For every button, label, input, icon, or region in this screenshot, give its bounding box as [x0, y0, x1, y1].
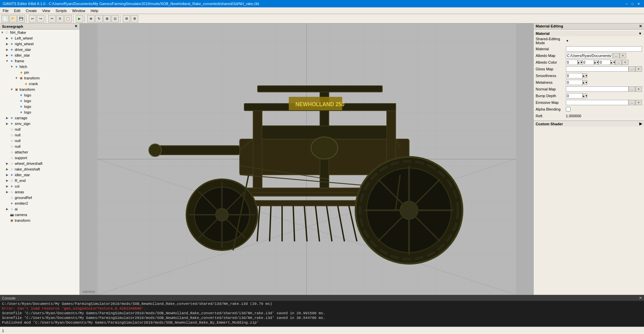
expand-icon[interactable]: ▶: [5, 179, 9, 182]
albedo-b-arrow[interactable]: ▲▼: [610, 60, 615, 65]
gloss-map-btn2[interactable]: ×: [635, 66, 642, 72]
menu-file[interactable]: File: [0, 8, 11, 13]
tb-redo[interactable]: ↪: [37, 15, 44, 22]
tree-node-right-wheel[interactable]: ▶ ■ right_wheel: [0, 41, 79, 47]
tree-node-nh-rake[interactable]: ▼ ⬡ NH_Rake: [0, 29, 79, 35]
gloss-map-input[interactable]: [566, 66, 629, 72]
tree-node-left-wheel[interactable]: ▶ ■ Left_wheel: [0, 35, 79, 41]
normal-map-btn1[interactable]: …: [629, 86, 635, 92]
menu-view[interactable]: View: [40, 8, 53, 13]
alpha-blending-checkbox[interactable]: [566, 107, 571, 112]
viewport[interactable]: NEWHOLLAND 250 camera: [80, 23, 533, 295]
menu-scripts[interactable]: Scripts: [53, 8, 69, 13]
tree-node-smv-sign[interactable]: ▶ ■ smv_sign: [0, 121, 79, 126]
console-close[interactable]: ✕: [639, 296, 642, 300]
tree-node-transform3[interactable]: ▣ transform: [0, 217, 79, 223]
tb-transform[interactable]: ⊡: [111, 15, 119, 22]
expand-icon[interactable]: ▶: [5, 168, 9, 171]
tb-translate[interactable]: ⊕: [87, 15, 95, 22]
albedo-color-btn2[interactable]: ×: [622, 60, 629, 65]
tree-node-logo2[interactable]: ■ logo: [0, 98, 79, 104]
menu-help[interactable]: Help: [88, 8, 101, 13]
material-section-collapse[interactable]: ▼: [638, 31, 642, 36]
expand-icon[interactable]: ▶: [5, 207, 9, 211]
expand-icon[interactable]: ▶: [5, 54, 9, 57]
tb-scale[interactable]: ⊞: [103, 15, 111, 22]
tree-node-idler-star[interactable]: ▶ ■ idler_star: [0, 52, 79, 58]
tree-node-rake-driveshaft[interactable]: ▶ ◇ rake_driveshaft: [0, 166, 79, 172]
tree-node-null3[interactable]: ◇ null: [0, 138, 79, 143]
tb-settings[interactable]: ⚙: [123, 15, 130, 22]
expand-icon[interactable]: ▶: [5, 122, 9, 125]
tree-node-areas[interactable]: ▶ ◇ areas: [0, 189, 79, 195]
expand-icon[interactable]: ▶: [5, 162, 9, 165]
metalness-arrow[interactable]: ▲▼: [583, 80, 587, 85]
emissive-map-input[interactable]: [566, 100, 629, 105]
expand-icon[interactable]: ▼: [9, 88, 14, 91]
menu-window[interactable]: Window: [69, 8, 88, 13]
tb-open[interactable]: 📂: [9, 15, 17, 22]
tree-node-transform1[interactable]: ▼ ▣ transform: [0, 75, 79, 81]
tb-copy[interactable]: ⎘: [56, 15, 64, 22]
expand-icon[interactable]: ▶: [5, 116, 9, 120]
expand-icon[interactable]: ▼: [5, 59, 9, 63]
albedo-b-input[interactable]: [599, 60, 610, 65]
maximize-button[interactable]: □: [630, 1, 635, 6]
albedo-g-arrow[interactable]: ▲▼: [594, 60, 599, 65]
tree-node-pin[interactable]: ◆ pin: [0, 69, 79, 75]
tree-node-groundref[interactable]: ◇ groundRef: [0, 195, 79, 200]
tree-node-col[interactable]: ▶ ■ col: [0, 183, 79, 189]
tree-node-null2[interactable]: ◇ null: [0, 132, 79, 138]
console-content[interactable]: C:/Users/Ryan/Documents/My Games/Farming…: [0, 301, 644, 327]
custom-shader-header[interactable]: Custom Shader ▶: [534, 121, 644, 127]
tb-undo[interactable]: ↩: [29, 15, 36, 22]
expand-icon[interactable]: ▼: [0, 31, 5, 34]
tree-node-carrage[interactable]: ▶ ■ carrage: [0, 115, 79, 121]
scenegraph-content[interactable]: ▼ ⬡ NH_Rake ▶ ■ Left_wheel ▶ ■ right_whe…: [0, 29, 79, 295]
expand-icon[interactable]: ▶: [5, 190, 9, 194]
expand-icon[interactable]: ▶: [5, 173, 9, 177]
albedo-map-input[interactable]: [566, 53, 613, 58]
bump-depth-input[interactable]: [566, 93, 583, 98]
gloss-map-btn1[interactable]: …: [629, 66, 635, 72]
bump-depth-arrow[interactable]: ▲▼: [583, 93, 587, 98]
tb-cut[interactable]: ✂: [48, 15, 56, 22]
albedo-color-btn1[interactable]: …: [615, 60, 622, 65]
albedo-r-input[interactable]: [566, 60, 578, 65]
tree-node-logo1[interactable]: ■ logo: [0, 92, 79, 98]
tb-new[interactable]: 📄: [1, 15, 9, 22]
normal-map-input[interactable]: [566, 86, 629, 92]
expand-icon[interactable]: ▶: [5, 37, 9, 40]
tree-node-hitch[interactable]: ▼ ■ hitch: [0, 64, 79, 69]
material-editing-close[interactable]: ✕: [639, 24, 642, 28]
tb-play[interactable]: ▶: [76, 15, 83, 22]
scenegraph-close[interactable]: ✕: [74, 24, 77, 28]
albedo-map-btn1[interactable]: …: [613, 53, 620, 58]
tree-node-null4[interactable]: ◇ null: [0, 143, 79, 149]
tree-node-ai[interactable]: ▶ ◇ ai: [0, 206, 79, 212]
custom-shader-expand[interactable]: ▶: [639, 122, 642, 126]
normal-map-btn2[interactable]: ×: [635, 86, 642, 92]
expand-icon[interactable]: ▼: [9, 65, 14, 68]
close-button[interactable]: ✕: [636, 1, 641, 6]
tree-node-logo3[interactable]: ■ logo: [0, 104, 79, 109]
tb-paste[interactable]: 📋: [64, 15, 72, 22]
tree-node-logo4[interactable]: ■ logo: [0, 109, 79, 115]
material-input[interactable]: [566, 46, 642, 52]
tree-node-crank[interactable]: ◆ crank: [0, 81, 79, 86]
expand-icon[interactable]: ▶: [5, 48, 9, 51]
expand-icon[interactable]: ▶: [5, 42, 9, 46]
albedo-g-input[interactable]: [582, 60, 594, 65]
albedo-map-btn2[interactable]: ×: [620, 53, 626, 58]
tb-rotate[interactable]: ↻: [95, 15, 103, 22]
expand-icon[interactable]: ▼: [14, 76, 19, 80]
tree-node-attacher[interactable]: ◇ attacher: [0, 149, 79, 155]
menu-create[interactable]: Create: [23, 8, 40, 13]
metalness-input[interactable]: [566, 80, 583, 85]
tree-node-drive-star[interactable]: ▶ ■ drive_star: [0, 47, 79, 52]
albedo-r-arrow[interactable]: ▲▼: [578, 60, 582, 65]
material-section-header[interactable]: Material ▼: [534, 31, 644, 36]
smoothness-input[interactable]: [566, 73, 583, 78]
emissive-map-btn2[interactable]: ×: [635, 100, 642, 105]
tb-settings2[interactable]: ⚙: [131, 15, 138, 22]
